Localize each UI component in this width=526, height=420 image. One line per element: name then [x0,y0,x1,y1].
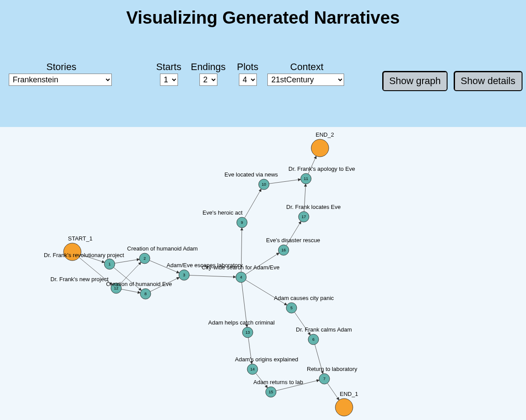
plot-node-label: Adam helps catch criminal [208,319,275,326]
plot-node[interactable]: 17Dr. Frank locates Eve [286,204,341,222]
show-details-button[interactable]: Show details [454,71,522,91]
graph-edge [327,383,339,400]
plots-select[interactable]: 4 [239,74,257,86]
plot-node[interactable]: 10Eve located via news [224,171,278,190]
graph-edge [115,259,139,263]
terminal-label: START_1 [68,235,92,242]
plot-node-id: 17 [302,215,306,219]
terminal-node[interactable]: END_2 [311,131,334,157]
endings-select[interactable]: 2 [199,74,217,86]
endings-group: Endings 2 [188,61,228,86]
plot-node-label: Eve's heroic act [203,209,243,216]
plot-node[interactable]: 14Adam's origins explained [235,356,298,374]
graph-edge [245,280,287,305]
plot-node-label: Adam causes city panic [274,295,334,301]
plot-node-label: Return to laboratory [307,366,357,372]
plot-node-label: Dr. Frank's new project [50,276,109,282]
starts-label: Starts [153,61,184,73]
plot-node-id: 2 [143,256,146,261]
svg-point-2 [311,139,329,157]
plot-node-label: Adam's origins explained [235,356,298,363]
show-graph-button[interactable]: Show graph [382,71,448,91]
plot-node[interactable]: 11Dr. Frank's apology to Eve [288,166,355,184]
plot-node-label: Dr. Frank's revolutionary project [44,252,124,258]
plot-node[interactable]: 2Creation of humanoid Adam [127,245,198,264]
plot-node-label: City-wide search for Adam/Eve [202,264,280,271]
plot-node-id: 13 [245,330,250,335]
plot-node-id: 3 [183,273,185,277]
context-select[interactable]: 21stCentury [267,74,344,86]
control-panel: Visualizing Generated Narratives Stories… [0,0,526,127]
plot-node-id: 8 [144,292,146,296]
stories-label: Stories [9,61,114,73]
terminal-label: END_2 [316,131,334,138]
graph-edge [269,180,301,184]
terminal-node[interactable]: END_1 [335,391,358,416]
narrative-graph[interactable]: START_1END_1END_21Dr. Frank's revolution… [0,127,526,420]
plot-node-label: Creation of humanoid Eve [106,281,172,287]
plots-group: Plots 4 [232,61,263,86]
plot-node[interactable]: 15Adam returns to lab [253,379,303,397]
page-title: Visualizing Generated Narratives [0,0,526,28]
plot-node-id: 16 [281,248,286,252]
plot-node-label: Eve located via news [224,171,278,178]
plot-node-id: 7 [323,377,325,381]
plot-node-id: 14 [250,367,255,371]
plot-node-id: 10 [262,182,266,187]
context-label: Context [267,61,346,73]
plot-node-id: 15 [269,390,273,394]
plot-node-id: 5 [290,306,292,310]
stories-select[interactable]: Frankenstein [9,74,112,86]
stories-group: Stories Frankenstein [9,61,114,86]
starts-group: Starts 1 [153,61,184,86]
plot-node-label: Dr. Frank locates Eve [286,204,341,210]
svg-point-1 [335,399,353,416]
plot-node-label: Eve's disaster rescue [266,237,320,244]
graph-edge [189,275,236,277]
plot-node-label: Dr. Frank calms Adam [296,326,352,333]
terminal-label: END_1 [340,391,358,397]
plot-node[interactable]: 5Adam causes city panic [274,295,334,313]
graph-edge [121,289,140,293]
endings-label: Endings [188,61,228,73]
plot-node[interactable]: 13Adam helps catch criminal [208,319,275,338]
plot-node[interactable]: 4City-wide search for Adam/Eve [202,264,280,282]
context-group: Context 21stCentury [267,61,346,86]
plot-node[interactable]: 6Dr. Frank calms Adam [296,326,352,345]
plot-node-id: 11 [304,176,308,181]
plots-label: Plots [232,61,263,73]
plot-node-label: Creation of humanoid Adam [127,245,198,252]
plot-node[interactable]: 9Eve's heroic act [203,209,247,228]
plot-node-label: Dr. Frank's apology to Eve [288,166,355,172]
starts-select[interactable]: 1 [160,74,178,86]
graph-edge [245,189,261,218]
graph-canvas[interactable]: START_1END_1END_21Dr. Frank's revolution… [0,127,526,420]
plot-node-label: Adam returns to lab [253,379,303,385]
plot-node-id: 6 [312,337,314,342]
plot-node[interactable]: 16Eve's disaster rescue [266,237,320,255]
plot-node-id: 4 [240,275,242,279]
graph-edge [245,253,279,274]
plot-node[interactable]: 1Dr. Frank's revolutionary project [44,252,124,269]
plot-node-id: 1 [108,262,110,266]
plot-node-id: 9 [241,220,243,225]
